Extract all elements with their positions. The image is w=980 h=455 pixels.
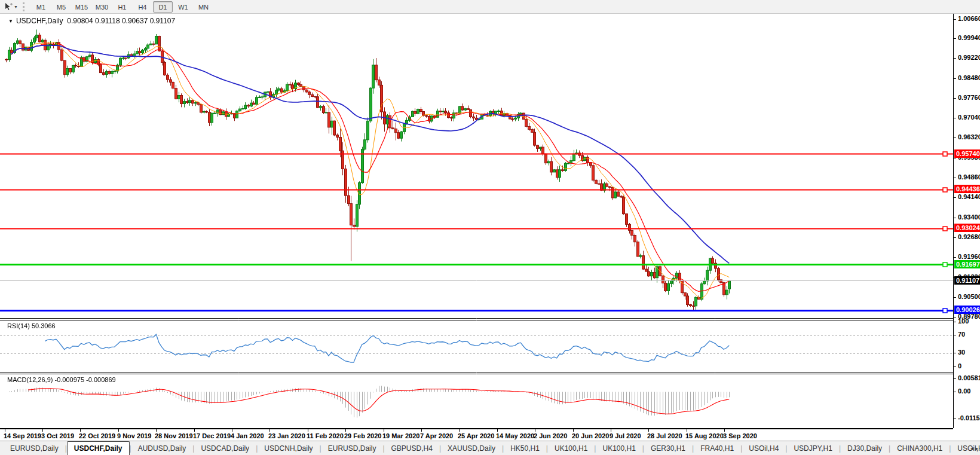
chart-tab-bar: EURUSD,Daily|USDCHF,Daily|AUDUSD,Daily|U… — [0, 441, 980, 455]
rsi-tick-label: 70 — [958, 331, 965, 338]
current-price-label: 0.91107 — [954, 276, 980, 285]
chart-tab-eurusd-daily[interactable]: EURUSD,Daily — [4, 441, 65, 455]
date-tick-label: 14 Sep 2019 — [4, 432, 41, 439]
date-tickmark — [724, 429, 725, 432]
date-tick-label: 25 Apr 2020 — [458, 432, 494, 439]
chart-tab-hk50-h1[interactable]: HK50,H1 — [504, 441, 546, 455]
date-tickmark — [118, 429, 119, 432]
price-tick-label: 0.99940 — [958, 34, 980, 41]
level-price-label: 0.91697 — [954, 260, 980, 268]
chart-canvas[interactable] — [0, 14, 953, 428]
chart-tab-xauusd-daily[interactable]: XAUUSD,Daily — [441, 441, 502, 455]
timeframe-button-M1[interactable]: M1 — [31, 1, 51, 13]
date-tick-label: 2 Jun 2020 — [534, 432, 567, 439]
timeframe-button-H1[interactable]: H1 — [112, 1, 132, 13]
chart-tab-audusd-daily[interactable]: AUDUSD,Daily — [131, 441, 193, 455]
date-tickmark — [156, 429, 157, 432]
date-tick-label: 14 May 2020 — [496, 432, 534, 439]
timeframe-button-MN[interactable]: MN — [194, 1, 213, 13]
date-tickmark — [194, 429, 195, 432]
date-tick-label: 9 Nov 2019 — [117, 432, 151, 439]
price-tick-label: 0.92680 — [958, 233, 980, 240]
macd-indicator-label: MACD(12,26,9) -0.000975 -0.000869 — [7, 376, 116, 383]
cursor-tool-button[interactable]: ▼ — [2, 1, 20, 13]
chart-tab-dj30-daily[interactable]: DJ30,Daily — [841, 441, 889, 455]
date-tick-label: 4 Jan 2020 — [231, 432, 264, 439]
chart-tab-eurusd-daily[interactable]: EURUSD,Daily — [321, 441, 383, 455]
chart-tab-usoil-h4[interactable]: USOil,H4 — [742, 441, 785, 455]
price-tick-label: 0.91960 — [958, 253, 980, 260]
chart-tab-gbpusd-h4[interactable]: GBPUSD,H4 — [385, 441, 439, 455]
chart-tab-uk100-h1[interactable]: UK100,H1 — [548, 441, 594, 455]
cursor-tool-dropdown-icon[interactable]: ▼ — [14, 5, 18, 9]
date-tickmark — [80, 429, 81, 432]
rsi-indicator-label: RSI(14) 50.3066 — [7, 322, 56, 329]
chart-tab-usdjpy-h1[interactable]: USDJPY,H1 — [787, 441, 838, 455]
date-tick-label: 28 Nov 2019 — [155, 432, 193, 439]
price-tick-tickmark — [954, 218, 956, 218]
price-tick-tickmark — [954, 317, 956, 317]
price-tick-tickmark — [954, 19, 956, 20]
date-tickmark — [384, 429, 384, 432]
date-tickmark — [573, 429, 574, 432]
rsi-tick-label: 0 — [958, 362, 961, 370]
date-tickmark — [270, 429, 270, 432]
chart-tab-china300-h1[interactable]: CHINA300,H1 — [890, 441, 949, 455]
date-tickmark — [459, 429, 460, 432]
level-price-label: 0.94436 — [954, 185, 980, 193]
price-tick-label: 0.90500 — [958, 293, 980, 300]
timeframe-button-M30[interactable]: M30 — [92, 1, 112, 13]
rsi-tick-label: 30 — [958, 349, 965, 356]
level-price-label: 0.95740 — [954, 149, 980, 158]
date-tick-label: 19 Mar 2020 — [382, 432, 419, 439]
chart-tab-fra40-h1[interactable]: FRA40,H1 — [694, 441, 740, 455]
chart-tab-usdchf-daily[interactable]: USDCHF,Daily — [67, 441, 130, 455]
macd-tick-tickmark — [954, 378, 956, 379]
rsi-tick-label: 100 — [958, 317, 969, 325]
price-tick-label: 0.94860 — [958, 173, 980, 181]
price-scale[interactable]: 1.006600.999400.992200.984800.977600.970… — [953, 14, 980, 428]
timeframe-button-M15[interactable]: M15 — [72, 1, 91, 13]
chart-tab-uk100-h1[interactable]: UK100,H1 — [596, 441, 642, 455]
timeframe-buttons: M1M5M15M30H1H4D1W1MN — [31, 1, 214, 13]
chart-menu-arrow-icon[interactable]: ▼ — [8, 19, 13, 24]
chart-tab-usdcad-daily[interactable]: USDCAD,Daily — [194, 441, 256, 455]
timeframe-button-D1[interactable]: D1 — [153, 1, 173, 13]
price-tick-label: 0.98480 — [958, 74, 980, 81]
tab-scroll-left-icon[interactable]: ◂ — [970, 445, 973, 451]
timeframe-button-W1[interactable]: W1 — [173, 1, 193, 13]
date-tickmark — [345, 429, 346, 432]
date-tickmark — [687, 429, 687, 432]
date-tickmark — [42, 429, 43, 432]
date-tick-label: 22 Oct 2019 — [79, 432, 115, 439]
price-tick-label: 1.00660 — [958, 15, 980, 22]
rsi-tick-tickmark — [954, 322, 956, 322]
date-tick-label: 3 Sep 2020 — [723, 432, 757, 439]
macd-tick-label: -0.011514 — [958, 414, 980, 422]
price-tick-label: 0.96320 — [958, 133, 980, 141]
timeframe-button-M5[interactable]: M5 — [51, 1, 71, 13]
price-tick-tickmark — [954, 257, 956, 258]
chart-tab-usdcnh-daily[interactable]: USDCNH,Daily — [258, 441, 319, 455]
macd-tick-label: 0.005818 — [958, 374, 980, 381]
rsi-tick-tickmark — [954, 367, 956, 367]
date-tick-label: 3 Oct 2019 — [41, 432, 74, 439]
date-tick-label: 23 Jan 2020 — [268, 432, 305, 439]
timeframe-button-H4[interactable]: H4 — [133, 1, 152, 13]
date-axis[interactable]: 14 Sep 20193 Oct 201922 Oct 20199 Nov 20… — [0, 428, 953, 441]
date-tickmark — [232, 429, 232, 432]
rsi-tick-tickmark — [954, 353, 956, 353]
tab-scroll-right-icon[interactable]: ▸ — [975, 445, 978, 451]
level-price-label: 0.90026 — [954, 306, 980, 314]
chart-title: ▼USDCHF,Daily 0.90804 0.91118 0.90637 0.… — [8, 17, 175, 25]
price-tick-tickmark — [954, 158, 956, 158]
tab-scroll-controls: ◂ ▸ — [970, 441, 978, 455]
price-tick-tickmark — [954, 178, 956, 178]
price-tick-tickmark — [954, 78, 956, 79]
price-tick-label: 0.93400 — [958, 213, 980, 221]
price-tick-label: 0.99220 — [958, 54, 980, 61]
chart-tab-ger30-h1[interactable]: GER30,H1 — [644, 441, 692, 455]
macd-tick-label: 0.00 — [958, 387, 970, 395]
date-tick-label: 20 Jun 2020 — [572, 432, 609, 439]
date-tick-label: 15 Aug 2020 — [685, 432, 724, 439]
